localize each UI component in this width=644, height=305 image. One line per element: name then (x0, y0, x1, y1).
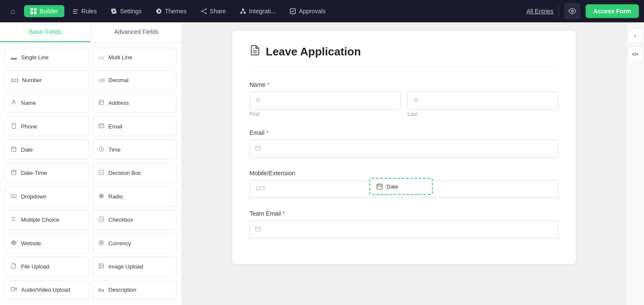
field-website[interactable]: Website (5, 233, 89, 253)
form-field-email: Email * (249, 129, 559, 158)
address-icon (98, 99, 105, 107)
field-checkbox[interactable]: Checkbox (93, 210, 177, 230)
nav-item-rules[interactable]: Rules (66, 5, 103, 17)
field-label-phone: Phone (21, 123, 37, 130)
name-subfields-row: First Last (249, 92, 559, 117)
file-upload-icon (11, 263, 18, 270)
nav-label-settings: Settings (120, 8, 142, 15)
all-entries-link[interactable]: All Entries (526, 8, 553, 15)
field-label-checkbox: Checkbox (109, 217, 134, 223)
svg-point-49 (257, 98, 259, 100)
tab-advanced-fields[interactable]: Advanced Fields (91, 22, 182, 42)
number-icon: 123 (11, 78, 18, 83)
right-panel: › </> (626, 22, 644, 305)
svg-rect-2 (30, 12, 33, 14)
home-button[interactable]: ⌂ (5, 3, 21, 19)
field-label-multiple-choice: Multiple Choice (21, 217, 59, 223)
field-description[interactable]: Aa Description (93, 280, 177, 300)
share-icon (200, 8, 207, 15)
sidebar-tabs: Basic Fields Advanced Fields (0, 22, 182, 43)
name-first-icon (255, 97, 261, 104)
svg-rect-0 (30, 8, 33, 11)
field-single-line[interactable]: ▬ Single Line (5, 48, 89, 67)
name-first-input[interactable] (249, 92, 401, 110)
name-first-sublabel: First (249, 111, 401, 117)
phone-icon (11, 123, 18, 130)
required-indicator-email: * (266, 129, 268, 136)
name-last-input[interactable] (407, 92, 559, 110)
svg-marker-41 (15, 288, 16, 290)
builder-icon (30, 8, 37, 15)
access-form-button[interactable]: Access Form (586, 4, 639, 18)
field-currency[interactable]: Currency (93, 233, 177, 253)
svg-point-32 (100, 195, 102, 197)
field-date[interactable]: Date (5, 140, 89, 159)
field-multiple-choice[interactable]: Multiple Choice (5, 210, 89, 230)
field-decimal[interactable]: .00 Decimal (93, 70, 177, 89)
field-label-decision-box: Decision Box (109, 170, 141, 176)
form-canvas: Date Leave Application Name * (182, 22, 626, 305)
code-view-button[interactable]: </> (628, 46, 643, 62)
field-audio-video[interactable]: Audio/Video Upload (5, 280, 89, 300)
nav-item-settings[interactable]: Settings (104, 5, 148, 17)
expand-panel-button[interactable]: › (628, 27, 643, 43)
required-indicator-name: * (267, 81, 269, 88)
team-email-field-icon (255, 226, 261, 233)
field-radio[interactable]: Radio (93, 186, 177, 206)
fields-sidebar: Basic Fields Advanced Fields ▬ Single Li… (0, 22, 182, 305)
field-image-upload[interactable]: Image Upload (93, 256, 177, 276)
decimal-icon: .00 (98, 78, 105, 83)
approvals-icon (289, 8, 296, 15)
field-dropdown[interactable]: Dropdown (5, 186, 89, 206)
preview-button[interactable] (564, 3, 580, 19)
field-name[interactable]: Name (5, 93, 89, 113)
form-title-row: Leave Application (249, 45, 559, 67)
currency-icon (98, 240, 105, 247)
single-line-icon: ▬ (11, 54, 18, 61)
eye-icon (568, 7, 576, 15)
tab-basic-fields[interactable]: Basic Fields (0, 22, 91, 42)
field-time[interactable]: Time (93, 140, 177, 159)
field-decision-box[interactable]: Decision Box (93, 163, 177, 183)
nav-label-rules: Rules (82, 8, 97, 15)
nav-item-builder[interactable]: Builder (24, 5, 64, 17)
form-label-mobile: Mobile/Extension (249, 170, 559, 177)
themes-icon (155, 8, 162, 15)
date-icon (11, 146, 18, 153)
nav-item-integrations[interactable]: Integrati... (234, 5, 282, 17)
email-input[interactable] (249, 140, 559, 158)
email-icon (98, 123, 105, 130)
nav-item-approvals[interactable]: Approvals (283, 5, 331, 17)
field-label-radio: Radio (109, 193, 123, 200)
dropdown-icon (11, 193, 18, 200)
image-upload-icon (98, 263, 105, 270)
field-label-image-upload: Image Upload (109, 263, 143, 270)
svg-line-10 (243, 10, 245, 12)
field-file-upload[interactable]: File Upload (5, 256, 89, 276)
field-label-dropdown: Dropdown (21, 193, 46, 200)
team-email-input[interactable] (249, 220, 559, 238)
svg-rect-1 (34, 8, 36, 11)
field-label-date: Date (21, 146, 33, 153)
name-last-field: Last (407, 92, 559, 117)
field-email[interactable]: Email (93, 116, 177, 136)
mobile-input[interactable]: 123 (249, 180, 559, 198)
field-number[interactable]: 123 Number (5, 70, 89, 89)
svg-rect-20 (12, 147, 16, 152)
checkbox-icon (98, 216, 105, 223)
datetime-icon (11, 169, 18, 177)
chevron-right-icon: › (634, 32, 636, 39)
field-label-name: Name (21, 100, 36, 106)
field-datetime[interactable]: Date-Time (5, 163, 89, 183)
form-field-name: Name * First (249, 81, 559, 117)
nav-label-builder: Builder (39, 8, 58, 15)
field-label-number: Number (22, 77, 42, 83)
svg-line-7 (202, 9, 206, 11)
nav-item-share[interactable]: Share (194, 5, 232, 17)
field-multi-line[interactable]: ▭ Multi Line (93, 48, 177, 67)
field-address[interactable]: Address (93, 93, 177, 113)
nav-item-themes[interactable]: Themes (149, 5, 193, 17)
field-phone[interactable]: Phone (5, 116, 89, 136)
field-label-email: Email (109, 123, 123, 130)
integrations-icon (240, 8, 246, 15)
